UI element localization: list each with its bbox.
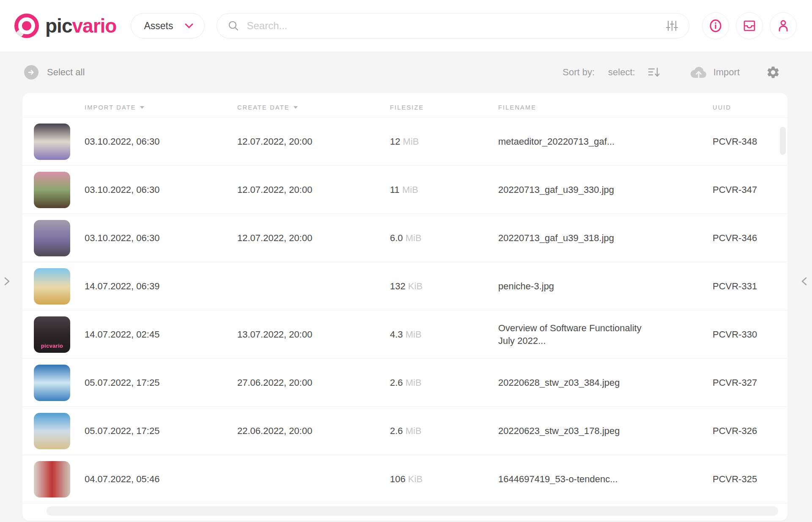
assets-dropdown-label: Assets (144, 20, 173, 32)
toolbar: Select all Sort by: select: Import (0, 52, 812, 93)
filename-cell: 20220623_stw_z03_178.jpeg (498, 425, 650, 437)
horizontal-scrollbar-thumb[interactable] (47, 506, 778, 516)
inbox-button[interactable] (736, 12, 763, 39)
table-row[interactable]: 03.10.2022, 06:30 12.07.2022, 20:00 6.0 … (22, 214, 787, 262)
picvario-logo-icon (14, 14, 39, 38)
sort-by-label: Sort by: (562, 67, 595, 78)
sort-caret-icon (294, 106, 298, 109)
filename-cell: peniche-3.jpg (498, 280, 650, 293)
create-date-cell: 27.06.2022, 20:00 (237, 377, 390, 388)
toolbar-right: Sort by: select: Import (562, 65, 780, 80)
logo-text-pic: pic (45, 15, 72, 37)
filename-cell: Overview of Software Functionality July … (498, 322, 650, 347)
table-row[interactable]: 05.07.2022, 17:25 27.06.2022, 20:00 2.6 … (22, 359, 787, 407)
table-body: 03.10.2022, 06:30 12.07.2022, 20:00 12 M… (22, 118, 787, 503)
info-button[interactable] (702, 12, 729, 39)
assets-dropdown[interactable]: Assets (131, 13, 205, 38)
filename-cell: 20220713_gaf_u39_330.jpg (498, 184, 650, 196)
table-row[interactable]: 04.07.2022, 05:46 106 KiB 1644697419_53-… (22, 455, 787, 503)
logo-text-vario: vario (72, 15, 116, 37)
cloud-upload-icon (690, 66, 707, 79)
create-date-cell: 22.06.2022, 20:00 (237, 426, 390, 437)
search-input[interactable] (247, 20, 658, 32)
table-header-row: IMPORT DATE CREATE DATE FILESIZE FILENAM… (22, 93, 787, 118)
asset-thumbnail[interactable] (34, 413, 70, 449)
user-icon (777, 19, 790, 33)
search-bar[interactable] (217, 13, 689, 38)
assets-table-card: IMPORT DATE CREATE DATE FILESIZE FILENAM… (22, 93, 787, 521)
column-header-filename: FILENAME (498, 104, 713, 111)
settings-gear-icon[interactable] (766, 65, 780, 80)
table-row[interactable]: 03.10.2022, 06:30 12.07.2022, 20:00 12 M… (22, 118, 787, 166)
table-row[interactable]: 03.10.2022, 06:30 12.07.2022, 20:00 11 M… (22, 166, 787, 214)
search-icon (228, 20, 239, 31)
uuid-cell: PCVR-330 (713, 329, 787, 340)
filesize-cell: 4.3 MiB (390, 329, 498, 340)
create-date-cell: 12.07.2022, 20:00 (237, 233, 390, 244)
table-row[interactable]: picvario 14.07.2022, 02:45 13.07.2022, 2… (22, 310, 787, 359)
asset-thumbnail[interactable] (34, 365, 70, 401)
filesize-cell: 6.0 MiB (390, 233, 498, 244)
expand-right-panel-chevron-icon[interactable] (799, 276, 810, 287)
thumbnail-cell: picvario (22, 316, 85, 353)
filename-cell: 1644697419_53-o-tendenc... (498, 473, 650, 486)
logo[interactable]: picvario (14, 14, 116, 38)
filter-sliders-icon[interactable] (666, 20, 678, 31)
uuid-cell: PCVR-325 (713, 474, 787, 485)
asset-thumbnail[interactable] (34, 220, 70, 256)
column-header-uuid: UUID (713, 104, 787, 111)
thumbnail-cell (22, 268, 85, 305)
sort-descending-icon[interactable] (648, 67, 661, 78)
asset-thumbnail[interactable] (34, 172, 70, 208)
import-label: Import (713, 67, 740, 78)
filesize-cell: 12 MiB (390, 136, 498, 147)
import-date-cell: 03.10.2022, 06:30 (85, 136, 237, 147)
sort-caret-icon (140, 106, 144, 109)
import-button[interactable]: Import (690, 66, 740, 79)
import-date-cell: 03.10.2022, 06:30 (85, 184, 237, 195)
import-date-cell: 14.07.2022, 06:39 (85, 281, 237, 292)
thumbnail-cell (22, 220, 85, 256)
column-header-import-date[interactable]: IMPORT DATE (85, 104, 237, 111)
info-icon (709, 19, 722, 33)
import-date-cell: 04.07.2022, 05:46 (85, 474, 237, 485)
arrow-right-circle-icon (24, 65, 38, 80)
chevron-down-icon (185, 23, 193, 28)
import-date-cell: 03.10.2022, 06:30 (85, 233, 237, 244)
logo-wordmark: picvario (45, 16, 116, 36)
import-date-cell: 05.07.2022, 17:25 (85, 377, 237, 388)
asset-thumbnail[interactable] (34, 124, 70, 160)
filename-cell: metaeditor_20220713_gaf... (498, 135, 650, 148)
asset-thumbnail[interactable] (34, 461, 70, 497)
user-button[interactable] (770, 12, 797, 39)
thumbnail-cell (22, 413, 85, 449)
table-row[interactable]: 14.07.2022, 06:39 132 KiB peniche-3.jpg … (22, 262, 787, 310)
thumbnail-cell (22, 124, 85, 160)
column-header-filesize: FILESIZE (390, 104, 498, 111)
asset-thumbnail[interactable] (34, 268, 70, 305)
create-date-cell: 12.07.2022, 20:00 (237, 136, 390, 147)
create-date-cell: 13.07.2022, 20:00 (237, 329, 390, 340)
filesize-cell: 2.6 MiB (390, 426, 498, 437)
thumbnail-cell (22, 172, 85, 208)
header-actions (702, 12, 797, 39)
asset-thumbnail[interactable]: picvario (34, 316, 70, 353)
uuid-cell: PCVR-326 (713, 426, 787, 437)
select-all-button[interactable]: Select all (24, 65, 85, 80)
import-date-cell: 14.07.2022, 02:45 (85, 329, 237, 340)
filename-cell: 20220628_stw_z03_384.jpeg (498, 376, 650, 389)
filesize-cell: 132 KiB (390, 281, 498, 292)
select-all-label: Select all (47, 67, 85, 78)
vertical-scrollbar-thumb[interactable] (780, 127, 786, 155)
thumbnail-cell (22, 461, 85, 497)
expand-left-panel-chevron-icon[interactable] (1, 276, 12, 287)
table-row[interactable]: 05.07.2022, 17:25 22.06.2022, 20:00 2.6 … (22, 407, 787, 455)
filesize-cell: 11 MiB (390, 184, 498, 195)
uuid-cell: PCVR-331 (713, 281, 787, 292)
uuid-cell: PCVR-327 (713, 377, 787, 388)
column-header-create-date[interactable]: CREATE DATE (237, 104, 390, 111)
uuid-cell: PCVR-347 (713, 184, 787, 195)
uuid-cell: PCVR-346 (713, 233, 787, 244)
app-header: picvario Assets (0, 0, 812, 52)
sort-field-select[interactable]: select: (608, 67, 635, 78)
